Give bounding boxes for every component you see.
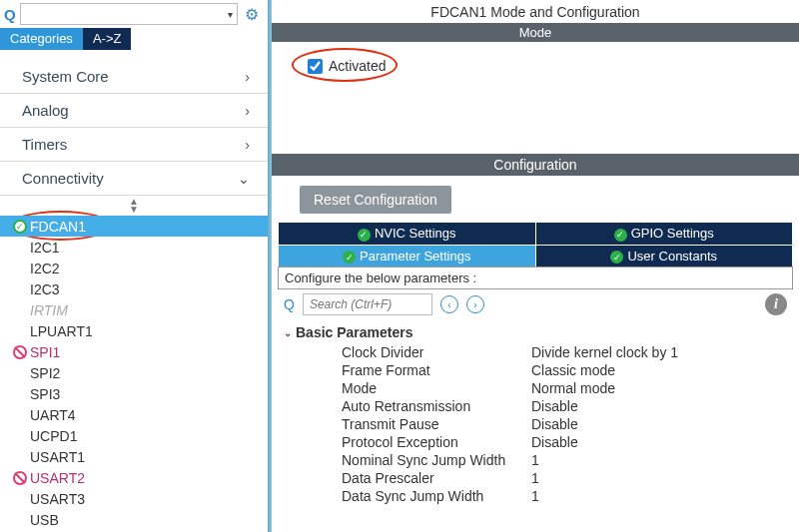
blocked-status-icon	[12, 471, 28, 485]
param-value: 1	[531, 452, 539, 468]
param-group-label: Basic Parameters	[296, 324, 413, 340]
peripheral-label: USART3	[30, 491, 85, 507]
param-mode[interactable]: ModeNormal mode	[284, 379, 783, 397]
subtab-gpio-settings[interactable]: ✓GPIO Settings	[535, 223, 793, 246]
param-label: Clock Divider	[342, 344, 531, 360]
nav-group-connectivity[interactable]: Connectivity ⌄	[0, 162, 268, 196]
param-label: Nominal Sync Jump Width	[342, 452, 531, 468]
peripheral-usb[interactable]: USB	[0, 509, 268, 530]
peripheral-label: USART2	[30, 470, 85, 486]
parameter-tree: ⌄ Basic Parameters Clock DividerDivide k…	[278, 319, 793, 505]
tab-categories[interactable]: Categories	[0, 28, 83, 50]
gear-icon[interactable]: ⚙	[242, 4, 262, 24]
info-icon[interactable]: i	[765, 293, 787, 315]
param-value: Classic mode	[531, 362, 615, 378]
tab-alphabetical[interactable]: A->Z	[83, 28, 132, 50]
param-label: Protocol Exception	[342, 434, 531, 450]
param-value: 1	[531, 470, 539, 486]
peripheral-usart3[interactable]: USART3	[0, 488, 268, 509]
subtab-nvic-settings[interactable]: ✓NVIC Settings	[279, 223, 536, 246]
subtab-label: User Constants	[627, 249, 717, 264]
peripheral-label: LPUART1	[30, 323, 93, 339]
peripheral-spi3[interactable]: SPI3	[0, 383, 268, 404]
mode-section-header: Mode	[272, 23, 799, 42]
subtab-label: GPIO Settings	[631, 226, 714, 241]
mode-section-body: Activated	[272, 42, 799, 152]
configuration-section-body: Reset Configuration ✓NVIC Settings ✓GPIO…	[272, 176, 799, 505]
nav-group-system-core[interactable]: System Core ›	[0, 60, 268, 94]
peripheral-i2c1[interactable]: I2C1	[0, 237, 268, 258]
sort-arrows-icon[interactable]: ▲▼	[0, 196, 268, 216]
peripheral-lpuart1[interactable]: LPUART1	[0, 320, 268, 341]
peripheral-fdcan1[interactable]: ✓ FDCAN1	[0, 216, 268, 237]
param-frame-format[interactable]: Frame FormatClassic mode	[284, 361, 783, 379]
chevron-right-icon: ›	[245, 69, 250, 85]
subtab-user-constants[interactable]: ✓User Constants	[535, 245, 793, 267]
param-label: Mode	[342, 380, 531, 396]
page-title: FDCAN1 Mode and Configuration	[272, 0, 799, 23]
param-value: Disable	[531, 416, 578, 432]
peripheral-i2c2[interactable]: I2C2	[0, 258, 268, 278]
peripheral-label: I2C3	[30, 281, 60, 297]
next-match-button[interactable]: ›	[466, 295, 484, 313]
category-list: System Core › Analog › Timers › Connecti…	[0, 50, 268, 530]
reset-configuration-button[interactable]: Reset Configuration	[300, 186, 451, 214]
subtab-parameter-settings[interactable]: ✓Parameter Settings	[279, 245, 536, 267]
nav-group-label: Timers	[22, 136, 67, 153]
param-label: Auto Retransmission	[342, 398, 531, 414]
search-icon: Q	[284, 296, 295, 312]
left-panel: Q ▾ ⚙ Categories A->Z System Core › Anal…	[0, 0, 272, 532]
peripheral-label: UART4	[30, 407, 76, 423]
activated-checkbox[interactable]	[308, 59, 323, 74]
ok-status-icon: ✓	[12, 220, 28, 234]
param-data-sync-jump-width[interactable]: Data Sync Jump Width1	[284, 487, 783, 505]
right-panel: FDCAN1 Mode and Configuration Mode Activ…	[272, 0, 799, 532]
param-transmit-pause[interactable]: Transmit PauseDisable	[284, 415, 783, 433]
peripheral-i2c3[interactable]: I2C3	[0, 278, 268, 299]
param-nominal-sync-jump-width[interactable]: Nominal Sync Jump Width1	[284, 451, 783, 469]
nav-group-analog[interactable]: Analog ›	[0, 94, 268, 128]
parameter-filter-row: Q ‹ › i	[278, 289, 793, 319]
nav-group-timers[interactable]: Timers ›	[0, 128, 268, 162]
view-tabs: Categories A->Z	[0, 28, 268, 50]
param-protocol-exception[interactable]: Protocol ExceptionDisable	[284, 433, 783, 451]
peripheral-usart1[interactable]: USART1	[0, 446, 268, 467]
peripheral-spi2[interactable]: SPI2	[0, 362, 268, 383]
peripheral-irtim[interactable]: IRTIM	[0, 299, 268, 320]
blocked-status-icon	[12, 345, 28, 359]
search-combobox[interactable]: ▾	[20, 3, 238, 25]
param-group-basic-parameters[interactable]: ⌄ Basic Parameters	[284, 321, 783, 343]
activated-label: Activated	[329, 58, 387, 74]
subtab-label: NVIC Settings	[375, 226, 456, 241]
peripheral-label: I2C2	[30, 261, 60, 276]
param-auto-retransmission[interactable]: Auto RetransmissionDisable	[284, 397, 783, 415]
configuration-section-header: Configuration	[272, 154, 799, 176]
check-icon: ✓	[358, 229, 371, 242]
peripheral-label: FDCAN1	[30, 219, 86, 235]
param-value: 1	[531, 488, 539, 504]
search-row: Q ▾ ⚙	[0, 0, 268, 28]
param-value: Normal mode	[531, 380, 615, 396]
param-label: Data Prescaler	[342, 470, 531, 486]
chevron-down-icon: ▾	[228, 9, 233, 20]
param-clock-divider[interactable]: Clock DividerDivide kernel clock by 1	[284, 343, 783, 361]
peripheral-usart2[interactable]: USART2	[0, 467, 268, 488]
chevron-down-icon: ⌄	[238, 171, 250, 187]
config-subtabs: ✓NVIC Settings ✓GPIO Settings ✓Parameter…	[278, 222, 793, 267]
activated-row[interactable]: Activated	[308, 58, 783, 74]
prev-match-button[interactable]: ‹	[440, 295, 458, 313]
check-icon: ✓	[614, 229, 627, 242]
parameters-heading: Configure the below parameters :	[278, 266, 793, 289]
peripheral-uart4[interactable]: UART4	[0, 404, 268, 425]
peripheral-spi1[interactable]: SPI1	[0, 341, 268, 362]
parameter-search-input[interactable]	[303, 293, 432, 315]
param-value: Disable	[531, 434, 578, 450]
search-icon: Q	[4, 6, 16, 23]
peripheral-list: ✓ FDCAN1 I2C1 I2C2 I2C3 IRTIM LPUART1 SP…	[0, 216, 268, 530]
peripheral-label: SPI1	[30, 344, 60, 360]
peripheral-label: SPI3	[30, 386, 60, 402]
peripheral-ucpd1[interactable]: UCPD1	[0, 425, 268, 446]
peripheral-label: SPI2	[30, 365, 60, 381]
nav-group-label: Analog	[22, 102, 69, 119]
param-data-prescaler[interactable]: Data Prescaler1	[284, 469, 783, 487]
